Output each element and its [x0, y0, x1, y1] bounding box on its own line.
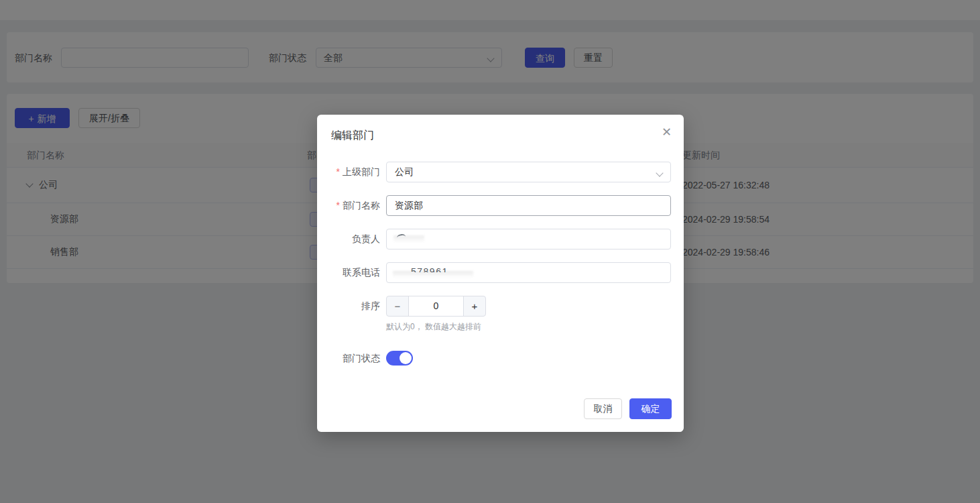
sort-stepper: − 0 +	[386, 296, 486, 317]
sort-hint-text: 默认为0， 数值越大越排前	[386, 321, 481, 333]
dialog-title: 编辑部门	[331, 129, 374, 143]
dept-name-input-wrap	[386, 195, 671, 216]
phone-label: 联系电话	[317, 262, 380, 283]
chevron-down-icon	[656, 169, 663, 176]
department-management-page: 部门名称 部门状态 全部 查询 重置 +新增 展开/折叠 部门名称 部门状态 更…	[0, 0, 980, 503]
redaction-smudge	[393, 271, 473, 280]
required-asterisk: *	[336, 166, 340, 177]
confirm-button[interactable]: 确定	[629, 398, 672, 419]
leader-input[interactable]	[386, 229, 671, 249]
dept-name-label: *部门名称	[317, 195, 380, 216]
parent-dept-selected-value: 公司	[395, 166, 414, 177]
leader-label: 负责人	[317, 229, 380, 249]
parent-dept-label: *上级部门	[317, 162, 380, 182]
sort-label: 排序	[317, 296, 380, 317]
decrease-button[interactable]: −	[387, 296, 408, 316]
sort-value-input[interactable]: 0	[408, 296, 464, 316]
required-asterisk: *	[336, 200, 340, 211]
dept-status-label: 部门状态	[317, 348, 380, 369]
increase-button[interactable]: +	[464, 296, 485, 316]
phone-input[interactable]: 578961	[386, 262, 671, 283]
redacted-text-fragment	[397, 233, 406, 238]
dept-status-toggle[interactable]	[386, 351, 413, 366]
dept-name-input[interactable]	[387, 196, 670, 215]
parent-dept-select[interactable]: 公司	[386, 162, 671, 182]
redacted-phone-fragment: 578961	[411, 267, 448, 272]
edit-department-dialog: 编辑部门 ✕ *上级部门 公司 *部门名称 负责人 联系电话 578961 排序…	[317, 115, 684, 432]
toggle-knob	[400, 352, 412, 364]
close-icon[interactable]: ✕	[662, 126, 672, 138]
cancel-button[interactable]: 取消	[584, 398, 622, 419]
